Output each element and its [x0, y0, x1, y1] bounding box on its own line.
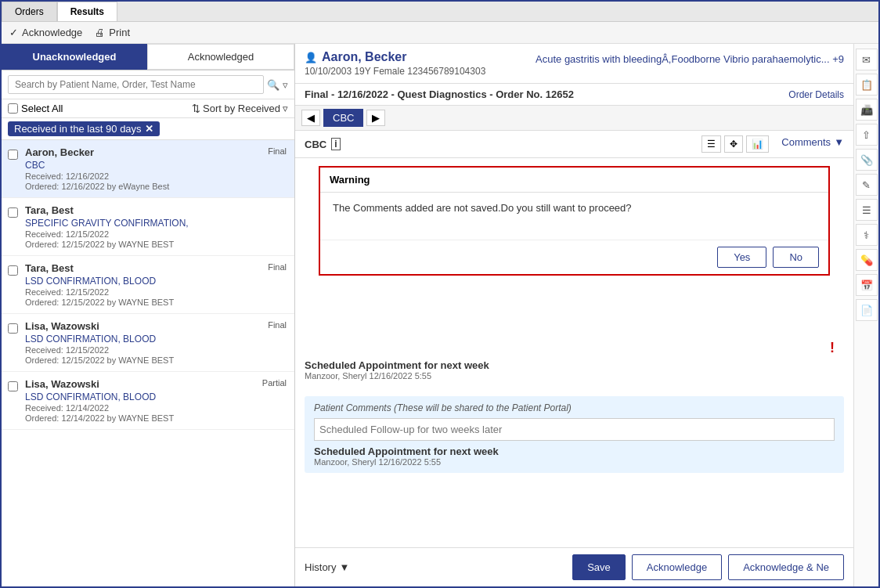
bottom-bar: History ▼ Save Acknowledge Acknowledge &…: [295, 547, 853, 586]
list-item[interactable]: Lisa, Wazowski Final LSD CONFIRMATION, B…: [2, 314, 294, 372]
list-icon: ☰: [862, 204, 871, 216]
cbc-info-icon: i: [331, 138, 340, 150]
patient-checkbox[interactable]: [8, 207, 18, 218]
pill-icon: 💊: [860, 254, 873, 266]
patient-ordered: Ordered: 12/14/2022 by WAYNE BEST: [25, 413, 287, 423]
sidebar-edit-button[interactable]: ✎: [856, 174, 878, 196]
patient-status: Partial: [262, 378, 287, 390]
comments-header[interactable]: Comments ▼: [781, 136, 844, 148]
patient-checkbox[interactable]: [8, 150, 18, 160]
content-area: Warning The Comments added are not saved…: [295, 158, 853, 547]
filter-tags: Received in the last 90 days ✕: [2, 118, 294, 140]
patient-comments-label: Patient Comments (These will be shared t…: [314, 402, 835, 413]
patient-received: Received: 12/14/2022: [25, 403, 287, 413]
patient-comment-input[interactable]: [314, 418, 835, 441]
comment-entry: Scheduled Appointment for next week Manz…: [305, 359, 844, 381]
list-item[interactable]: Aaron, Becker Final CBC Received: 12/16/…: [2, 140, 294, 198]
list-item[interactable]: Tara, Best Final LSD CONFIRMATION, BLOOD…: [2, 256, 294, 314]
history-button[interactable]: History ▼: [305, 561, 349, 573]
right-arrow-icon: ▶: [372, 112, 380, 124]
paperclip-icon: 📎: [860, 154, 873, 166]
tab-acknowledged[interactable]: Acknowledged: [147, 44, 294, 70]
sidebar-pill-button[interactable]: 💊: [856, 249, 878, 271]
patient-test: LSD CONFIRMATION, BLOOD: [25, 276, 287, 287]
order-info-bar: Final - 12/16/2022 - Quest Diagnostics -…: [295, 84, 853, 106]
search-input[interactable]: [8, 75, 264, 94]
test-tab-strip: ◀ CBC ▶: [295, 106, 853, 131]
share-icon: ⇧: [862, 129, 871, 141]
order-info-text: Final - 12/16/2022 - Quest Diagnostics -…: [305, 88, 574, 100]
clipboard-icon: 📋: [860, 79, 873, 91]
sidebar-paperclip-button[interactable]: 📎: [856, 149, 878, 171]
tab-right-arrow[interactable]: ▶: [366, 110, 385, 126]
sort-button[interactable]: ⇅ Sort by Received ▿: [192, 103, 288, 114]
patient-checkbox[interactable]: [8, 381, 18, 391]
patient-checkbox[interactable]: [8, 265, 18, 276]
patient-name: Lisa, Wazowski: [25, 378, 99, 390]
tab-orders[interactable]: Orders: [2, 2, 57, 21]
filter-icon: ▿: [283, 79, 288, 91]
alert-row: !: [305, 337, 844, 359]
order-details-link[interactable]: Order Details: [788, 89, 844, 100]
acknowledge-next-button[interactable]: Acknowledge & Ne: [728, 554, 844, 580]
sidebar-email-button[interactable]: ✉: [856, 49, 878, 70]
patient-comment-entry: Scheduled Appointment for next week Manz…: [314, 446, 835, 467]
history-label: History: [305, 561, 336, 573]
main-content: Unacknowledged Acknowledged 🔍 ▿ Select A…: [2, 44, 878, 586]
warning-message: The Comments added are not saved.Do you …: [320, 193, 828, 240]
left-panel: Unacknowledged Acknowledged 🔍 ▿ Select A…: [2, 44, 295, 586]
select-all-checkbox[interactable]: [8, 103, 18, 114]
acknowledge-button[interactable]: Acknowledge: [632, 554, 722, 580]
patient-person-icon: 👤: [305, 52, 317, 63]
detail-dob-info: 10/10/2003 19Y Female 123456789104303: [305, 66, 844, 77]
tab-left-arrow[interactable]: ◀: [301, 110, 320, 126]
filter-button[interactable]: ▿: [283, 78, 288, 91]
sort-arrow-icon: ▿: [283, 103, 288, 114]
fax-icon: 📠: [860, 104, 873, 116]
patient-ordered: Ordered: 12/15/2022 by WAYNE BEST: [25, 240, 287, 249]
patient-received: Received: 12/15/2022: [25, 229, 287, 239]
sidebar-calendar-button[interactable]: 📅: [856, 274, 878, 296]
right-sidebar: ✉ 📋 📠 ⇧ 📎 ✎ ☰ ⚕ 💊: [853, 44, 878, 586]
diagnoses-link[interactable]: Acute gastritis with bleedingÂ,Foodborne…: [536, 53, 844, 65]
detail-patient-name: Aaron, Becker: [322, 50, 407, 64]
comment-text: Scheduled Appointment for next week: [305, 359, 844, 371]
sidebar-list-button[interactable]: ☰: [856, 199, 878, 221]
warning-no-button[interactable]: No: [773, 247, 819, 268]
sidebar-doc-button[interactable]: 📄: [856, 299, 878, 321]
list-item[interactable]: Lisa, Wazowski Partial LSD CONFIRMATION,…: [2, 372, 294, 430]
top-tabs: Orders Results: [2, 2, 878, 22]
patient-checkbox[interactable]: [8, 323, 18, 334]
comment-author: Manzoor, Sheryl 12/16/2022 5:55: [305, 371, 844, 381]
select-all-label[interactable]: Select All: [8, 103, 63, 114]
grid-view-button[interactable]: ✥: [724, 135, 743, 153]
patient-status: Final: [268, 320, 287, 332]
left-arrow-icon: ◀: [307, 112, 315, 124]
patient-test: CBC: [25, 160, 287, 171]
acknowledge-toolbar-button[interactable]: ✓ Acknowledge: [9, 27, 82, 38]
sidebar-share-button[interactable]: ⇧: [856, 124, 878, 146]
save-button[interactable]: Save: [572, 554, 626, 580]
search-button[interactable]: 🔍: [267, 78, 280, 91]
acknowledge-icon: ✓: [9, 27, 18, 38]
patient-list: Aaron, Becker Final CBC Received: 12/16/…: [2, 140, 294, 586]
patient-comment2-text: Scheduled Appointment for next week: [314, 446, 835, 457]
patient-status: Final: [268, 146, 287, 158]
main-toolbar: ✓ Acknowledge 🖨 Print: [2, 22, 878, 44]
table-view-button[interactable]: ☰: [701, 135, 721, 153]
filter-tag-close-button[interactable]: ✕: [145, 123, 153, 135]
tab-results[interactable]: Results: [57, 2, 117, 21]
chart-view-button[interactable]: 📊: [746, 135, 769, 153]
print-toolbar-button[interactable]: 🖨 Print: [95, 27, 130, 38]
cbc-tab[interactable]: CBC: [323, 109, 363, 127]
sidebar-clipboard-button[interactable]: 📋: [856, 74, 878, 96]
cbc-title-text: CBC: [305, 139, 326, 150]
cbc-header: CBC i ☰ ✥ 📊 Comments ▼: [295, 131, 853, 158]
patient-received: Received: 12/15/2022: [25, 345, 287, 355]
patient-status: Final: [268, 262, 287, 274]
tab-unacknowledged[interactable]: Unacknowledged: [2, 44, 147, 70]
sidebar-fax-button[interactable]: 📠: [856, 99, 878, 121]
list-item[interactable]: Tara, Best SPECIFIC GRAVITY CONFIRMATION…: [2, 198, 294, 256]
warning-yes-button[interactable]: Yes: [717, 247, 766, 268]
sidebar-stethoscope-button[interactable]: ⚕: [856, 224, 878, 246]
